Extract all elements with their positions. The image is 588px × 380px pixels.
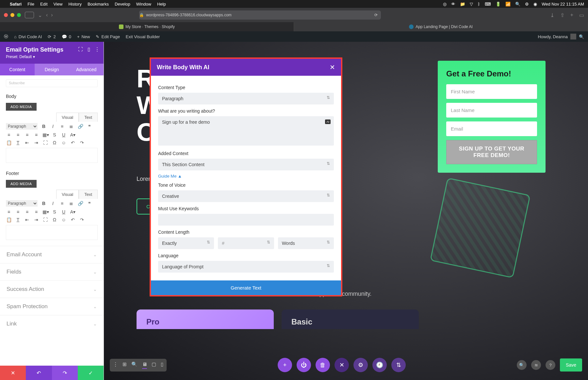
footer-editor[interactable] xyxy=(6,225,98,240)
ul-icon[interactable]: ≡ xyxy=(59,124,65,129)
editor-text-tab[interactable]: Text xyxy=(79,190,98,199)
updates-count[interactable]: ⟳ 2 xyxy=(48,34,56,39)
pro-plan-card[interactable]: Pro xyxy=(137,309,274,329)
length-mode-select[interactable]: Exactly xyxy=(158,237,214,249)
strike-icon[interactable]: S xyxy=(52,132,57,137)
exit-builder-link[interactable]: Exit Visual Builder xyxy=(126,34,160,39)
tab-content[interactable]: Content xyxy=(0,64,35,75)
redo-button[interactable]: ↷ xyxy=(52,366,78,380)
body-editor[interactable] xyxy=(6,148,98,163)
site-name[interactable]: ⌂ Divi Code AI xyxy=(14,34,42,39)
new-button[interactable]: + New xyxy=(77,34,90,39)
tabs-icon[interactable]: ▭ xyxy=(579,12,584,18)
responsive-icon[interactable]: ▯ xyxy=(88,46,90,52)
settings-gear-button[interactable]: ⚙ xyxy=(353,358,368,372)
table-icon[interactable]: ▦▾ xyxy=(42,209,48,214)
clear-icon[interactable]: T xyxy=(15,140,21,145)
close-icon[interactable]: ✕ xyxy=(330,63,335,71)
align-justify-icon[interactable]: ≡ xyxy=(33,209,39,214)
underline-icon[interactable]: U xyxy=(61,132,67,137)
help-icon[interactable]: ? xyxy=(546,360,555,370)
chevron-down-icon[interactable]: ⌄ xyxy=(38,12,42,18)
align-left-icon[interactable]: ≡ xyxy=(6,132,12,137)
length-unit-select[interactable]: Words xyxy=(278,237,334,249)
reload-icon[interactable]: ⟳ xyxy=(374,13,378,17)
search-icon[interactable]: 🔍 xyxy=(579,34,584,39)
menu-history[interactable]: History xyxy=(68,2,81,7)
sidebar-toggle-icon[interactable] xyxy=(25,12,34,18)
spotlight-icon[interactable]: 🔍 xyxy=(515,2,520,7)
keywords-input[interactable] xyxy=(158,214,334,226)
align-justify-icon[interactable]: ≡ xyxy=(33,132,39,137)
content-type-select[interactable]: Paragraph xyxy=(158,93,334,104)
italic-icon[interactable]: I xyxy=(50,124,56,129)
undo-icon[interactable]: ↶ xyxy=(70,217,76,222)
emoji-icon[interactable]: ☺ xyxy=(61,140,67,145)
history-button[interactable]: 🕘 xyxy=(372,358,387,372)
clear-icon[interactable]: T xyxy=(15,217,21,222)
ol-icon[interactable]: ≣ xyxy=(68,201,74,206)
menu-help[interactable]: Help xyxy=(157,2,166,7)
sort-button[interactable]: ⇅ xyxy=(391,358,406,372)
align-left-icon[interactable]: ≡ xyxy=(6,209,12,214)
add-section-button[interactable]: + xyxy=(278,358,292,372)
download-icon[interactable]: ⤓ xyxy=(550,12,554,18)
window-controls[interactable] xyxy=(4,13,21,17)
outdent-icon[interactable]: ⇤ xyxy=(24,217,30,222)
cancel-button[interactable]: ✕ xyxy=(0,366,26,380)
menu-window[interactable]: Window xyxy=(136,2,151,7)
strike-icon[interactable]: S xyxy=(52,209,57,214)
tablet-view-icon[interactable]: ▢ xyxy=(152,361,156,369)
ul-icon[interactable]: ≡ xyxy=(59,201,65,206)
emoji-icon[interactable]: ☺ xyxy=(61,217,67,222)
status-icon[interactable]: ◎ xyxy=(443,2,447,7)
paragraph-select[interactable]: Paragraph xyxy=(6,200,38,207)
siri-icon[interactable]: ◉ xyxy=(533,2,537,7)
ol-icon[interactable]: ≣ xyxy=(68,124,74,129)
bold-icon[interactable]: B xyxy=(41,201,47,206)
undo-icon[interactable]: ↶ xyxy=(70,140,76,145)
signup-button[interactable]: SIGN UP TO GET YOUR FREE DEMO! xyxy=(446,140,537,164)
accordion-spam-protection[interactable]: Spam Protection⌄ xyxy=(0,298,104,315)
accordion-link[interactable]: Link⌄ xyxy=(0,315,104,332)
italic-icon[interactable]: I xyxy=(50,201,56,206)
edit-page-link[interactable]: ✎ Edit Page xyxy=(96,34,120,39)
indent-icon[interactable]: ⇥ xyxy=(33,217,39,222)
layers-icon[interactable]: ≋ xyxy=(531,360,541,370)
tab-wordpress[interactable]: App Landing Page | Divi Code AI xyxy=(294,22,588,31)
bluetooth-icon[interactable]: ᛒ xyxy=(478,2,480,7)
underline-icon[interactable]: U xyxy=(61,209,67,214)
indent-icon[interactable]: ⇥ xyxy=(33,140,39,145)
search-small-icon[interactable]: 🔍 xyxy=(517,360,527,370)
link-icon[interactable]: 🔗 xyxy=(77,201,83,206)
undo-button[interactable]: ↶ xyxy=(26,366,52,380)
tab-design[interactable]: Design xyxy=(35,64,69,75)
control-center-icon[interactable]: ⚙ xyxy=(525,2,529,7)
align-center-icon[interactable]: ≡ xyxy=(15,132,21,137)
wordpress-icon[interactable]: ⓦ xyxy=(4,34,8,40)
about-textarea[interactable] xyxy=(158,116,334,146)
add-media-button[interactable]: ADD MEDIA xyxy=(6,103,37,111)
quote-icon[interactable]: ❝ xyxy=(87,124,92,129)
menu-icon[interactable]: ⋮ xyxy=(113,361,118,369)
align-right-icon[interactable]: ≡ xyxy=(24,132,30,137)
wireframe-icon[interactable]: ⊞ xyxy=(122,361,127,369)
status-icon[interactable]: 👁 xyxy=(451,2,455,7)
close-window-icon[interactable] xyxy=(4,13,8,17)
subscribe-field[interactable]: Subscribe xyxy=(6,79,98,87)
tab-advanced[interactable]: Advanced xyxy=(69,64,104,75)
airdrop-icon[interactable]: ▽ xyxy=(470,2,473,7)
confirm-button[interactable]: ✓ xyxy=(78,366,104,380)
accordion-email-account[interactable]: Email Account⌄ xyxy=(0,246,104,263)
text-color-icon[interactable]: A▾ xyxy=(70,132,76,137)
fullscreen-icon[interactable]: ⛶ xyxy=(42,217,48,222)
fullscreen-window-icon[interactable] xyxy=(17,13,21,17)
basic-plan-card[interactable]: Basic xyxy=(282,309,419,329)
email-input[interactable] xyxy=(446,121,537,136)
close-builder-button[interactable]: ✕ xyxy=(335,358,349,372)
desktop-view-icon[interactable]: 🖥 xyxy=(142,361,147,369)
avatar[interactable] xyxy=(570,34,576,40)
text-color-icon[interactable]: A▾ xyxy=(70,209,76,214)
bold-icon[interactable]: B xyxy=(41,124,47,129)
paste-icon[interactable]: 📋 xyxy=(6,217,12,222)
